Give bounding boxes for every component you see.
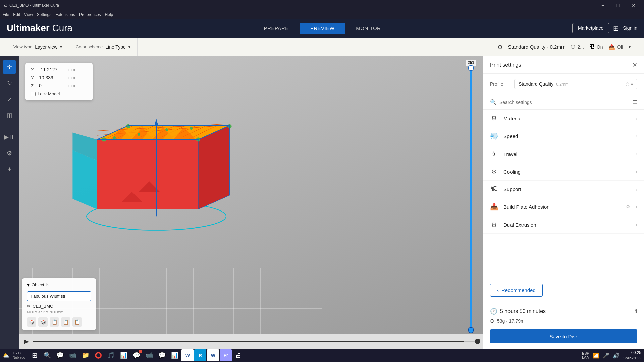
- taskbar-cura[interactable]: 🖨: [232, 349, 245, 361]
- profile-star-icon: ☆: [625, 81, 630, 87]
- recommended-button[interactable]: ‹ Recommended: [490, 284, 543, 297]
- plate-label: Off: [617, 44, 623, 50]
- taskbar-search[interactable]: 🔍: [41, 349, 53, 361]
- taskbar-spotify[interactable]: 🎵: [105, 349, 117, 361]
- z-label: Z: [31, 83, 36, 88]
- progress-fill: [33, 341, 464, 342]
- settings-dual-extrusion[interactable]: ⚙ Dual Extrusion ›: [483, 216, 644, 234]
- menu-extensions[interactable]: Extensions: [55, 12, 75, 17]
- taskbar-opera[interactable]: ⭕: [92, 349, 104, 361]
- menu-edit[interactable]: Edit: [13, 12, 20, 17]
- taskbar-mic-icon: 🎤: [603, 352, 609, 359]
- color-scheme-dropdown[interactable]: ▾: [128, 45, 130, 49]
- svg-point-28: [165, 128, 168, 131]
- scale-tool[interactable]: ⤢: [3, 93, 16, 106]
- object-name-input[interactable]: [27, 291, 91, 301]
- left-toolbar: ✛ ↻ ⤢ ◫ ▶⏸ ⚙ ✦: [0, 56, 19, 349]
- logo-light: Cura: [50, 23, 72, 33]
- settings-cooling[interactable]: ❄ Cooling ›: [483, 163, 644, 181]
- z-input[interactable]: [39, 83, 66, 88]
- settings-speed[interactable]: 💨 Speed ›: [483, 127, 644, 145]
- time-icon: 🕐: [490, 308, 497, 315]
- close-button[interactable]: ✕: [626, 0, 641, 11]
- settings-search-input[interactable]: [499, 100, 630, 105]
- print-settings-close[interactable]: ✕: [632, 61, 637, 69]
- menu-file[interactable]: File: [3, 12, 9, 17]
- menu-lines-icon[interactable]: ☰: [633, 99, 637, 105]
- minimize-button[interactable]: −: [595, 0, 610, 11]
- nav-prepare[interactable]: PREPARE: [253, 23, 300, 34]
- settings-material[interactable]: ⚙ Material ›: [483, 110, 644, 127]
- taskbar-task-view[interactable]: 💬: [54, 349, 66, 361]
- obj-tool-5[interactable]: 📋: [72, 317, 82, 327]
- taskbar-premiere[interactable]: Pr: [220, 349, 232, 361]
- magic-tool[interactable]: ✦: [3, 163, 16, 176]
- menu-view[interactable]: View: [24, 12, 33, 17]
- taskbar-teams2[interactable]: 💬: [130, 349, 143, 361]
- profile-row: Profile Standard Quality 0.2mm ☆ ▾: [483, 74, 644, 95]
- obj-tool-1[interactable]: 🎲: [27, 317, 36, 327]
- obj-tool-4[interactable]: 📋: [61, 317, 70, 327]
- taskbar-powerpoint[interactable]: 📊: [169, 349, 181, 361]
- save-to-disk-button[interactable]: Save to Disk: [490, 329, 637, 343]
- menu-help[interactable]: Help: [105, 12, 113, 17]
- grid-icon[interactable]: ⊞: [613, 24, 619, 32]
- marketplace-button[interactable]: Marketplace: [572, 23, 609, 33]
- obj-tool-2[interactable]: 🎲: [38, 317, 48, 327]
- material-row: ⊙ 53g · 17.79m: [490, 318, 637, 324]
- settings-support[interactable]: 🏗 Support ›: [483, 181, 644, 198]
- profile-select[interactable]: Standard Quality 0.2mm ☆ ▾: [514, 79, 637, 89]
- taskbar-whatsapp[interactable]: 💬: [156, 349, 168, 361]
- taskbar-revit[interactable]: R: [194, 349, 206, 361]
- quality-expand-button[interactable]: ▾: [629, 45, 631, 49]
- taskbar-zoom[interactable]: 📹: [143, 349, 155, 361]
- menu-settings[interactable]: Settings: [37, 12, 51, 17]
- logo-bold: Ultimaker: [7, 23, 50, 33]
- layer-track[interactable]: [470, 66, 472, 332]
- signin-button[interactable]: Sign in: [623, 25, 637, 31]
- progress-track[interactable]: [33, 341, 478, 342]
- view-type-dropdown[interactable]: ▾: [60, 45, 62, 49]
- layer-thumb-top[interactable]: [468, 65, 474, 71]
- plate-setting: 📥 Off: [608, 44, 623, 50]
- lock-model-checkbox[interactable]: [31, 92, 36, 96]
- settings-build-plate[interactable]: 📥 Build Plate Adhesion ⚙ ›: [483, 198, 644, 216]
- travel-label: Travel: [503, 151, 630, 157]
- view-type-label: View type: [13, 44, 32, 49]
- menu-preferences[interactable]: Preferences: [79, 12, 101, 17]
- object-list-header[interactable]: ▾ Object list: [27, 282, 91, 288]
- maximize-button[interactable]: □: [610, 0, 626, 11]
- progress-thumb[interactable]: [475, 339, 480, 344]
- taskbar-word2[interactable]: W: [207, 349, 219, 361]
- nav-monitor[interactable]: MONITOR: [345, 23, 391, 34]
- layer-thumb-bottom[interactable]: [468, 327, 474, 333]
- taskbar-word[interactable]: W: [181, 349, 194, 361]
- obj-tool-3[interactable]: 📋: [50, 317, 59, 327]
- mirror-tool[interactable]: ◫: [3, 109, 16, 122]
- object-list-title: Object list: [32, 282, 51, 287]
- taskbar-windows-start[interactable]: ⊞: [29, 349, 41, 361]
- app-logo: Ultimaker Cura: [7, 23, 72, 34]
- material-usage-icon: ⊙: [490, 318, 494, 324]
- support-setting: 🏗 On: [589, 44, 603, 50]
- settings-travel[interactable]: ✈ Travel ›: [483, 145, 644, 163]
- taskbar-lang: ESPLAA: [582, 351, 589, 359]
- x-input[interactable]: [39, 67, 66, 72]
- support-icon: 🏗: [589, 44, 595, 50]
- y-input[interactable]: [39, 75, 66, 80]
- nav-preview[interactable]: PREVIEW: [300, 23, 345, 34]
- print-info-icon[interactable]: ℹ: [635, 308, 637, 315]
- rotate-tool[interactable]: ↻: [3, 76, 16, 90]
- taskbar-excel[interactable]: 📊: [118, 349, 130, 361]
- lock-model-label: Lock Model: [38, 91, 60, 96]
- play-pause-tool[interactable]: ▶⏸: [3, 130, 16, 144]
- move-tool[interactable]: ✛: [3, 60, 16, 74]
- material-usage: 53g · 17.79m: [497, 318, 525, 324]
- taskbar-explorer[interactable]: 📁: [79, 349, 92, 361]
- support-tool[interactable]: ⚙: [3, 146, 16, 160]
- play-button[interactable]: ▶: [24, 338, 29, 345]
- profile-name: Standard Quality: [519, 81, 553, 87]
- search-row: 🔍 ☰: [483, 95, 644, 110]
- navigation: PREPARE PREVIEW MONITOR: [253, 23, 392, 34]
- taskbar-teams[interactable]: 📹: [67, 349, 79, 361]
